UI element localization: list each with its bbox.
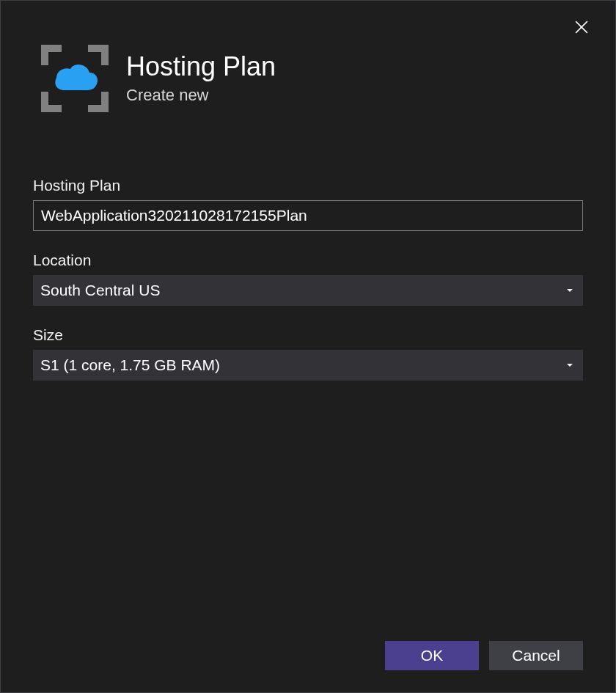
form: Hosting Plan Location South Central US S… xyxy=(1,112,615,401)
size-select[interactable]: S1 (1 core, 1.75 GB RAM) xyxy=(33,350,583,381)
close-icon xyxy=(575,21,588,37)
close-button[interactable] xyxy=(570,17,593,40)
dialog-footer: OK Cancel xyxy=(385,641,583,670)
dialog-subtitle: Create new xyxy=(126,86,276,105)
hosting-plan-field: Hosting Plan xyxy=(33,177,583,231)
chevron-down-icon xyxy=(567,364,573,367)
ok-button[interactable]: OK xyxy=(385,641,479,670)
location-field: Location South Central US xyxy=(33,252,583,306)
dialog-title: Hosting Plan xyxy=(126,52,276,81)
size-label: Size xyxy=(33,326,583,344)
header-text: Hosting Plan Create new xyxy=(126,52,276,105)
dialog-header: Hosting Plan Create new xyxy=(1,1,615,112)
chevron-down-icon xyxy=(567,289,573,292)
hosting-plan-dialog: Hosting Plan Create new Hosting Plan Loc… xyxy=(1,1,615,692)
cloud-hosting-icon xyxy=(41,45,109,112)
location-value: South Central US xyxy=(40,282,160,299)
hosting-plan-label: Hosting Plan xyxy=(33,177,583,194)
location-select[interactable]: South Central US xyxy=(33,275,583,306)
size-value: S1 (1 core, 1.75 GB RAM) xyxy=(40,356,220,374)
cancel-button[interactable]: Cancel xyxy=(489,641,583,670)
size-field: Size S1 (1 core, 1.75 GB RAM) xyxy=(33,326,583,381)
hosting-plan-input[interactable] xyxy=(33,200,583,231)
location-label: Location xyxy=(33,252,583,269)
